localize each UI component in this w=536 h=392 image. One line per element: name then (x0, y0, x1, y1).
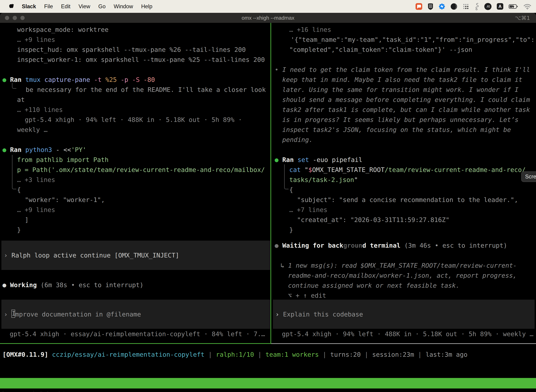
terminal-line (272, 145, 536, 155)
apple-logo-icon[interactable] (9, 4, 14, 9)
chat-bubble-icon[interactable] (415, 3, 422, 10)
terminal-line: } (272, 225, 536, 235)
terminal-line (0, 135, 271, 145)
terminal-line: … +3 lines (0, 175, 271, 185)
wifi-icon[interactable] (523, 4, 531, 9)
omx-hud-statusline: [OMX#0.11.9] cczip/essay/ai-reimplementa… (0, 350, 536, 359)
screen-tooltip: Scre (521, 171, 536, 182)
prompt-chevron: › (275, 311, 283, 318)
menu-item-file[interactable]: File (44, 3, 53, 10)
left-model-statusline: gpt-5.4 xhigh · essay/ai-reimplementatio… (0, 329, 271, 339)
shield-grid-icon[interactable] (428, 3, 433, 10)
terminal-line: cat "$OMX_TEAM_STATE_ROOT/team/review-cu… (272, 165, 536, 175)
left-pane-output: workspace_mode: worktree… +9 linesinspec… (0, 25, 271, 235)
terminal-line: '{"team_name":"my-team","task_id":"1","f… (272, 35, 536, 45)
history-text: Ralph loop active continue [OMX_TMUX_INJ… (11, 252, 179, 259)
terminal-line: "worker": "worker-1", (0, 195, 271, 205)
terminal-line: continue assigned work or next feasible … (272, 280, 536, 290)
terminal-line: pending. (272, 135, 536, 145)
terminal-line: inspect task2's JSON, focusing on the st… (272, 125, 536, 135)
left-pane[interactable]: workspace_mode: worktree… +9 linesinspec… (0, 23, 271, 344)
terminal-line: [OMX#0.11.9] cczip/essay/ai-reimplementa… (0, 350, 536, 359)
traffic-lights (0, 16, 25, 20)
terminal-line: "completed","claim_token":"claim-token"}… (272, 45, 536, 55)
terminal-line: ⌥ + ↑ edit (272, 290, 536, 300)
terminal-line: { (0, 185, 271, 195)
terminal-line: weekly … (0, 125, 271, 135)
right-pane-border (271, 343, 536, 344)
terminal-line: ● Waiting for background terminal (3m 46… (272, 240, 536, 250)
terminal-line: be necessary for the end of the README. … (0, 85, 271, 95)
count-badge-icon[interactable]: ..61 (484, 3, 492, 10)
zoom-button[interactable] (20, 16, 25, 20)
right-pane-output: … +16 lines'{"team_name":"my-team","task… (272, 25, 536, 235)
right-waiting-status: ● Waiting for background terminal (3m 46… (272, 240, 536, 300)
terminal-line: "subject": "send a concise recommendatio… (272, 195, 536, 205)
prompt-chevron: › (4, 252, 11, 259)
battery-icon[interactable] (509, 4, 518, 9)
terminal-line: gpt-5.4 xhigh · 94% left · 488K in · 5.1… (272, 329, 536, 339)
right-pane[interactable]: … +16 lines'{"team_name":"my-team","task… (272, 23, 536, 344)
terminal-line: is in progress? It seems likely but perh… (272, 115, 536, 125)
terminal-line: … +9 lines (0, 205, 271, 215)
terminal-line: ● Working (6m 38s • esc to interrupt) (0, 280, 271, 290)
input-placeholder: mprove documentation in @filename (15, 311, 141, 318)
terminal-line: ] (0, 215, 271, 225)
input-source-icon[interactable]: A (497, 3, 503, 10)
menu-item-slack[interactable]: Slack (22, 3, 36, 10)
terminal-line: ● Ran python3 - <<'PY' (0, 145, 271, 155)
terminal-line: inspect_hud: omx sparkshell --tmux-pane … (0, 45, 271, 55)
terminal-content: workspace_mode: worktree… +9 linesinspec… (0, 23, 536, 392)
right-prompt-input[interactable]: › Explain this codebase (273, 300, 535, 329)
terminal-line (0, 65, 271, 75)
terminal-line: p = Path('.omx/state/team/review-current… (0, 165, 271, 175)
terminal-line: inspect_worker-1: omx sparkshell --tmux-… (0, 55, 271, 65)
menu-item-help[interactable]: Help (141, 3, 153, 10)
pane-divider[interactable] (270, 23, 271, 344)
dots-grid-icon[interactable] (463, 3, 469, 10)
terminal-line: should send a message before completing … (272, 95, 536, 105)
terminal-line: task2 after task1 is complete, but can I… (272, 105, 536, 115)
right-model-statusline: gpt-5.4 xhigh · 94% left · 488K in · 5.1… (272, 329, 536, 339)
input-placeholder: Explain this codebase (283, 311, 363, 318)
terminal-line: readme-and-reco/mailbox/worker-1.json, a… (272, 271, 536, 280)
menu-status-icons: ..61 A (415, 3, 531, 10)
terminal-line: … +110 lines (0, 105, 271, 115)
minimize-button[interactable] (13, 16, 17, 20)
output-connector (12, 155, 16, 189)
terminal-line: gpt-5.4 xhigh · 94% left · 488K in · 5.1… (0, 115, 271, 125)
menu-item-edit[interactable]: Edit (61, 3, 70, 10)
terminal-line: ● Ran tmux capture-pane -t %25 -p -S -80 (0, 75, 271, 85)
terminal-window: omx --xhigh --madmax ⌥⌘1 workspace_mode:… (0, 13, 536, 392)
terminal-line: keep that in mind. Maybe I also need the… (272, 75, 536, 85)
title-bar: omx --xhigh --madmax ⌥⌘1 (0, 13, 536, 23)
text-cursor: I (11, 310, 15, 318)
terminal-line: workspace_mode: worktree (0, 25, 271, 35)
terminal-line: gpt-5.4 xhigh · essay/ai-reimplementatio… (0, 329, 271, 339)
menu-item-view[interactable]: View (78, 3, 90, 10)
terminal-line: ↳ 1 new msg(s): read $OMX_TEAM_STATE_ROO… (272, 261, 536, 271)
terminal-line: ● Ran set -euo pipefail (272, 155, 536, 165)
tmux-session-window[interactable]: [omx-cczip0:bash* (1, 388, 66, 392)
blue-bolt-icon[interactable] (439, 3, 445, 10)
terminal-line: from pathlib import Path (0, 155, 271, 165)
left-history-entry[interactable]: › Ralph loop active continue [OMX_TMUX_I… (1, 241, 270, 270)
left-prompt-input[interactable]: › Improve documentation in @filename (1, 300, 270, 329)
terminal-line: … +9 lines (0, 35, 271, 45)
terminal-line: later. Using the same for transition mig… (272, 85, 536, 95)
terminal-line: } (0, 225, 271, 235)
terminal-line: tasks/task-2.json" (272, 175, 536, 185)
squiggle-icon[interactable] (474, 3, 479, 10)
menu-item-window[interactable]: Window (114, 3, 133, 10)
menu-bar: Slack File Edit View Go Window Help ..61… (0, 0, 536, 13)
terminal-line: { (272, 185, 536, 195)
dark-crescent-icon[interactable] (450, 3, 457, 10)
tmux-status-bar: [omx-cczip0:bash* "MacBook-Pro-44.local"… (0, 378, 536, 388)
terminal-line: … +7 lines (272, 205, 536, 215)
menu-item-go[interactable]: Go (98, 3, 105, 10)
terminal-line: … +16 lines (272, 25, 536, 35)
terminal-line: at (0, 95, 271, 105)
terminal-line: • I need to get the claim token from the… (272, 65, 536, 75)
close-button[interactable] (5, 16, 9, 20)
output-connector (12, 83, 16, 89)
